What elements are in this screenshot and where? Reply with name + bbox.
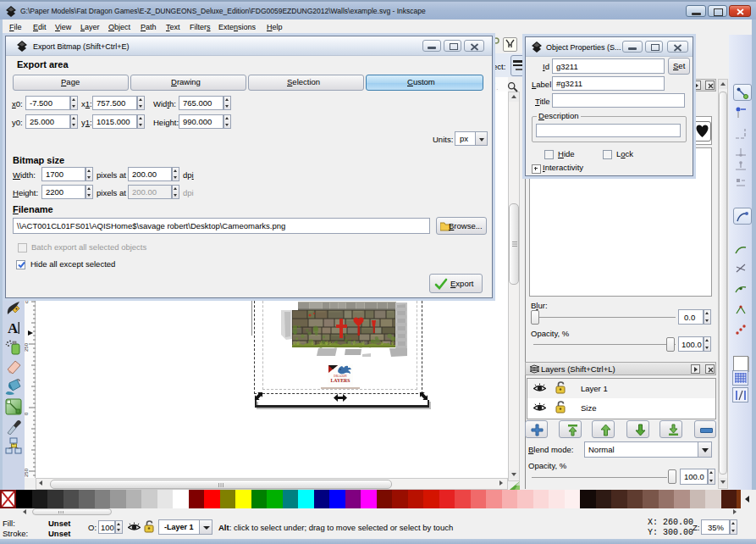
svg-text:250: 250 (25, 468, 29, 477)
svg-text:0: 0 (25, 412, 29, 415)
svg-text:LAYERS: LAYERS (331, 378, 350, 383)
svg-text:A: A (8, 320, 19, 336)
svg-text:0: 0 (25, 299, 29, 304)
svg-text:250: 250 (25, 342, 29, 352)
